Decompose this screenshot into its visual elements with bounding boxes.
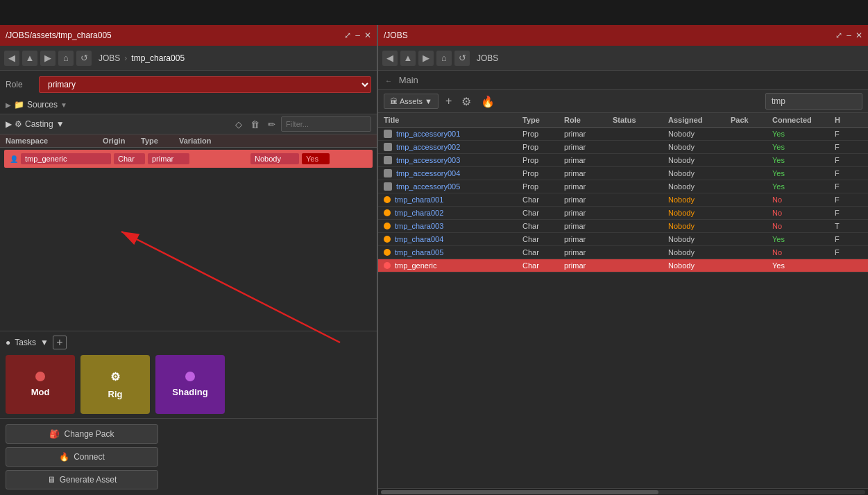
cell-h: F <box>835 248 862 257</box>
connect-button[interactable]: 🔥 Connect <box>6 447 158 467</box>
cell-type: Prop <box>522 169 564 177</box>
col-type: Type <box>522 116 564 124</box>
cell-type: Prop <box>522 182 564 191</box>
bottom-scrollbar[interactable] <box>378 488 868 495</box>
tasks-add-button[interactable]: + <box>53 336 67 349</box>
casting-row[interactable]: 👤 tmp_generic Char primar Nobody Yes <box>4 150 373 168</box>
close-icon[interactable]: ✕ <box>364 31 371 40</box>
casting-edit-btn[interactable]: ✏ <box>265 116 278 132</box>
table-row[interactable]: tmp_chara001 Char primar Nobody No F <box>378 193 868 207</box>
nav-home-button[interactable]: ⌂ <box>58 51 74 66</box>
expand-icon[interactable]: ⤢ <box>344 31 351 40</box>
casting-arrow: ▶ <box>6 119 12 129</box>
casting-cog-icon: ⚙ <box>15 119 22 129</box>
table-row[interactable]: tmp_accessory001 Prop primar Nobody Yes … <box>378 128 868 141</box>
cell-title: tmp_generic <box>384 261 522 270</box>
table-row[interactable]: tmp_accessory003 Prop primar Nobody Yes … <box>378 154 868 167</box>
table-row[interactable]: tmp_chara005 Char primar Nobody No F <box>378 246 868 259</box>
casting-yes: Yes <box>302 153 330 164</box>
cell-assigned: Nobody <box>668 261 731 270</box>
left-nav: ◀ ▲ ▶ ⌂ ↺ JOBS › tmp_chara005 <box>0 46 377 71</box>
settings-asset-button[interactable]: ⚙ <box>459 95 474 108</box>
casting-filter-input[interactable] <box>281 116 371 132</box>
task-card-mod[interactable]: Mod <box>6 355 75 414</box>
table-row[interactable]: tmp_accessory004 Prop primar Nobody Yes … <box>378 167 868 180</box>
assets-dropdown-button[interactable]: 🏛 Assets ▼ <box>384 94 439 109</box>
table-row[interactable]: tmp_chara004 Char primar Nobody Yes F <box>378 233 868 246</box>
cell-assigned: Nobody <box>668 248 731 257</box>
cell-type: Char <box>522 248 564 257</box>
right-minimize-icon[interactable]: – <box>846 31 851 40</box>
role-label: Role <box>6 80 33 89</box>
cell-title: tmp_chara001 <box>384 196 522 204</box>
sources-label: Sources <box>27 100 58 110</box>
casting-assigned: Nobody <box>250 153 299 164</box>
char-icon <box>384 209 391 216</box>
prop-icon <box>384 130 392 138</box>
fire-asset-button[interactable]: 🔥 <box>478 95 497 108</box>
sources-section-header[interactable]: ▶ 📁 Sources ▼ <box>0 97 377 112</box>
cell-h: F <box>835 235 862 243</box>
right-close-icon[interactable]: ✕ <box>856 31 862 40</box>
table-row[interactable]: tmp_accessory005 Prop primar Nobody Yes … <box>378 180 868 193</box>
right-nav-up-button[interactable]: ▲ <box>400 51 416 66</box>
cell-role: primar <box>564 156 613 164</box>
assets-table-body: tmp_accessory001 Prop primar Nobody Yes … <box>378 128 868 272</box>
cell-title: tmp_accessory005 <box>384 182 522 191</box>
casting-header: ▶ ⚙ Casting ▼ ◇ 🗑 ✏ <box>0 114 377 134</box>
prop-icon <box>384 169 392 177</box>
generate-asset-button[interactable]: 🖥 Generate Asset <box>6 470 158 489</box>
prop-icon <box>384 182 392 191</box>
right-nav-refresh-button[interactable]: ↺ <box>454 51 470 66</box>
right-breadcrumb: JOBS <box>473 53 498 63</box>
right-nav-home-button[interactable]: ⌂ <box>436 51 452 66</box>
task-card-shading[interactable]: Shading <box>155 355 225 414</box>
cell-assigned: Nobody <box>668 182 731 191</box>
col-pack: Pack <box>731 116 772 124</box>
task-card-rig[interactable]: ⚙ Rig <box>80 355 150 414</box>
table-row-highlighted[interactable]: tmp_generic Char primar Nobody Yes <box>378 259 868 272</box>
breadcrumb-current: tmp_chara005 <box>131 53 185 63</box>
right-content: ← Main 🏛 Assets ▼ + ⚙ 🔥 <box>378 71 868 495</box>
left-panel: /JOBS/assets/tmp_chara005 ⤢ – ✕ ◀ ▲ ▶ ⌂ … <box>0 25 378 495</box>
add-asset-button[interactable]: + <box>443 95 454 107</box>
minimize-icon[interactable]: – <box>355 31 360 40</box>
table-row[interactable]: tmp_chara003 Char primar Nobody No T <box>378 220 868 233</box>
top-bar <box>0 0 868 25</box>
cell-connected: Yes <box>772 143 835 151</box>
cell-title: tmp_accessory003 <box>384 156 522 164</box>
cell-connected: Yes <box>772 156 835 164</box>
nav-back-button[interactable]: ◀ <box>4 51 19 66</box>
casting-delete-btn[interactable]: 🗑 <box>248 116 262 132</box>
right-titlebar-icons: ⤢ – ✕ <box>835 31 862 40</box>
right-nav-back-button[interactable]: ◀ <box>382 51 398 66</box>
breadcrumb-jobs[interactable]: JOBS <box>99 53 120 63</box>
casting-diamond-btn[interactable]: ◇ <box>232 116 245 132</box>
nav-forward-button[interactable]: ▶ <box>40 51 56 66</box>
nav-up-button[interactable]: ▲ <box>22 51 37 66</box>
cell-h: F <box>835 182 862 191</box>
cell-title: tmp_accessory002 <box>384 143 522 151</box>
role-select[interactable]: primary <box>39 76 371 93</box>
change-pack-button[interactable]: 🎒 Change Pack <box>6 424 158 444</box>
scrollbar-track <box>381 490 865 494</box>
generate-asset-label: Generate Asset <box>60 475 117 485</box>
search-input[interactable] <box>765 93 862 110</box>
tasks-label: Tasks <box>15 338 36 347</box>
right-nav-forward-button[interactable]: ▶ <box>418 51 434 66</box>
cell-role: primar <box>564 222 613 230</box>
cell-role: primar <box>564 143 613 151</box>
table-row[interactable]: tmp_accessory002 Prop primar Nobody Yes … <box>378 141 868 154</box>
right-expand-icon[interactable]: ⤢ <box>835 31 842 40</box>
task-cards: Mod ⚙ Rig Shading <box>6 355 371 414</box>
col-h: H <box>835 116 862 124</box>
right-nav: ◀ ▲ ▶ ⌂ ↺ JOBS <box>378 46 868 71</box>
nav-refresh-button[interactable]: ↺ <box>76 51 92 66</box>
right-breadcrumb-jobs[interactable]: JOBS <box>477 53 498 63</box>
table-row[interactable]: tmp_chara002 Char primar Nobody No F <box>378 207 868 220</box>
cell-type: Char <box>522 222 564 230</box>
cell-title: tmp_chara004 <box>384 235 522 243</box>
shading-dot <box>185 372 195 381</box>
cell-role: primar <box>564 235 613 243</box>
cell-h: F <box>835 169 862 177</box>
